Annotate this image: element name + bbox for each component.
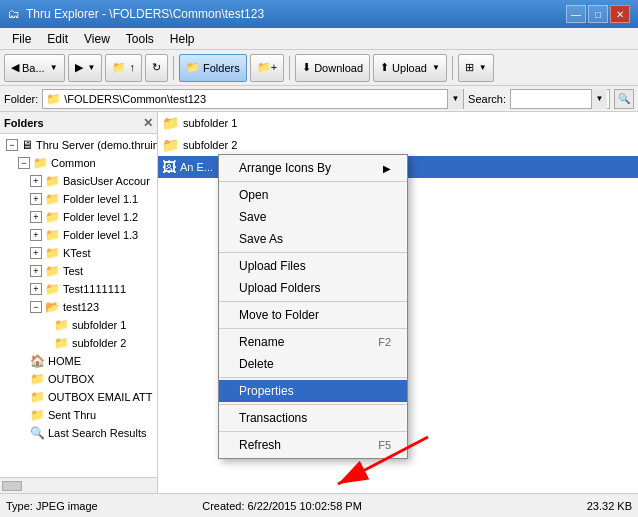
ctx-rename[interactable]: Rename F2 [219,331,407,353]
panel-title: Folders [4,117,44,129]
app-icon: 🗂 [8,7,20,21]
view-button[interactable]: ⊞ ▼ [458,54,494,82]
expander-test[interactable]: + [30,265,42,277]
folders-button[interactable]: 📁 Folders [179,54,247,82]
address-input[interactable] [64,90,447,108]
address-dropdown-button[interactable]: ▼ [447,89,463,109]
tree-item-folder11[interactable]: + 📁 Folder level 1.1 [2,190,155,208]
menu-tools[interactable]: Tools [118,30,162,48]
tree-item-common[interactable]: − 📁 Common [2,154,155,172]
ctx-upload-folders[interactable]: Upload Folders [219,277,407,299]
refresh-button[interactable]: ↻ [145,54,168,82]
forward-dropdown-icon: ▼ [88,63,96,72]
upload-button[interactable]: ⬆ Upload ▼ [373,54,447,82]
tree-item-folder13[interactable]: + 📁 Folder level 1.3 [2,226,155,244]
download-button[interactable]: ⬇ Download [295,54,370,82]
search-dropdown-button[interactable]: ▼ [591,89,607,109]
subfolder2-tree-icon: 📁 [54,336,69,350]
address-bar: Folder: 📁 ▼ Search: ▼ 🔍 [0,86,638,112]
last-search-icon: 🔍 [30,426,45,440]
folder-addr-icon: 📁 [43,92,64,106]
download-label: Download [314,62,363,74]
ctx-properties-label: Properties [239,384,294,398]
tree-item-home[interactable]: 🏠 HOME [2,352,155,370]
ctx-refresh[interactable]: Refresh F5 [219,434,407,456]
close-button[interactable]: ✕ [610,5,630,23]
expander-folder12[interactable]: + [30,211,42,223]
menu-view[interactable]: View [76,30,118,48]
server-icon: 🖥 [21,138,33,152]
up-button[interactable]: 📁 ↑ [105,54,142,82]
file-subfolder2-icon: 📁 [162,137,179,153]
common-icon: 📁 [33,156,48,170]
expander-common[interactable]: − [18,157,30,169]
tree-item-test123[interactable]: − 📂 test123 [2,298,155,316]
ctx-section-refresh: Refresh F5 [219,432,407,458]
separator-3 [452,56,453,80]
tree-container[interactable]: − 🖥 Thru Server (demo.thruin... − 📁 Comm… [0,134,157,477]
ctx-upload-files[interactable]: Upload Files [219,255,407,277]
outbox-email-icon: 📁 [30,390,45,404]
ctx-transactions[interactable]: Transactions [219,407,407,429]
maximize-button[interactable]: □ [588,5,608,23]
expander-thru-server[interactable]: − [6,139,18,151]
ctx-upload-folders-label: Upload Folders [239,281,320,295]
scrollbar-thumb[interactable] [2,481,22,491]
new-folder-button[interactable]: 📁+ [250,54,284,82]
back-button[interactable]: ◀ Ba... ▼ [4,54,65,82]
tree-item-basicuser[interactable]: + 📁 BasicUser Accour [2,172,155,190]
folder11-icon: 📁 [45,192,60,206]
expander-test1111111[interactable]: + [30,283,42,295]
ctx-section-arrange: Arrange Icons By ▶ [219,155,407,182]
tree-item-ktest[interactable]: + 📁 KTest [2,244,155,262]
menu-file[interactable]: File [4,30,39,48]
file-item-subfolder2[interactable]: 📁 subfolder 2 [158,134,638,156]
search-go-button[interactable]: 🔍 [614,89,634,109]
tree-item-last-search[interactable]: 🔍 Last Search Results [2,424,155,442]
expander-test123[interactable]: − [30,301,42,313]
ctx-refresh-key: F5 [378,439,391,451]
view-dropdown-icon: ▼ [479,63,487,72]
panel-close-button[interactable]: ✕ [143,116,153,130]
upload-label: Upload [392,62,427,74]
expander-folder13[interactable]: + [30,229,42,241]
right-panel[interactable]: 📁 subfolder 1 📁 subfolder 2 🖼 An E... Ar… [158,112,638,493]
new-folder-icon: 📁+ [257,61,277,74]
tree-item-subfolder1[interactable]: 📁 subfolder 1 [2,316,155,334]
menu-edit[interactable]: Edit [39,30,76,48]
expander-basicuser[interactable]: + [30,175,42,187]
tree-item-subfolder2[interactable]: 📁 subfolder 2 [2,334,155,352]
ctx-properties[interactable]: Properties [219,380,407,402]
search-label: Search: [468,93,506,105]
subfolder1-tree-icon: 📁 [54,318,69,332]
ctx-upload-files-label: Upload Files [239,259,306,273]
tree-item-thru-server[interactable]: − 🖥 Thru Server (demo.thruin... [2,136,155,154]
ctx-delete[interactable]: Delete [219,353,407,375]
left-panel-scrollbar[interactable] [0,477,157,493]
ctx-save[interactable]: Save [219,206,407,228]
tree-item-folder12[interactable]: + 📁 Folder level 1.2 [2,208,155,226]
menu-help[interactable]: Help [162,30,203,48]
tree-label-ktest: KTest [63,247,91,259]
tree-item-outbox[interactable]: 📁 OUTBOX [2,370,155,388]
minimize-button[interactable]: — [566,5,586,23]
expander-folder11[interactable]: + [30,193,42,205]
ctx-move-to-folder[interactable]: Move to Folder [219,304,407,326]
ctx-refresh-label: Refresh [239,438,281,452]
ctx-arrange-icons[interactable]: Arrange Icons By ▶ [219,157,407,179]
file-subfolder1-icon: 📁 [162,115,179,131]
ctx-save-as[interactable]: Save As [219,228,407,250]
forward-button[interactable]: ▶ ▼ [68,54,103,82]
tree-label-basicuser: BasicUser Accour [63,175,150,187]
tree-item-test1111111[interactable]: + 📁 Test1111111 [2,280,155,298]
file-item-subfolder1[interactable]: 📁 subfolder 1 [158,112,638,134]
ctx-section-transactions: Transactions [219,405,407,432]
search-input[interactable] [511,90,591,108]
expander-ktest[interactable]: + [30,247,42,259]
status-type: Type: JPEG image [6,500,194,512]
tree-item-outbox-email[interactable]: 📁 OUTBOX EMAIL ATT [2,388,155,406]
tree-item-test[interactable]: + 📁 Test [2,262,155,280]
ctx-open[interactable]: Open [219,184,407,206]
view-icon: ⊞ [465,61,474,74]
tree-item-sent-thru[interactable]: 📁 Sent Thru [2,406,155,424]
